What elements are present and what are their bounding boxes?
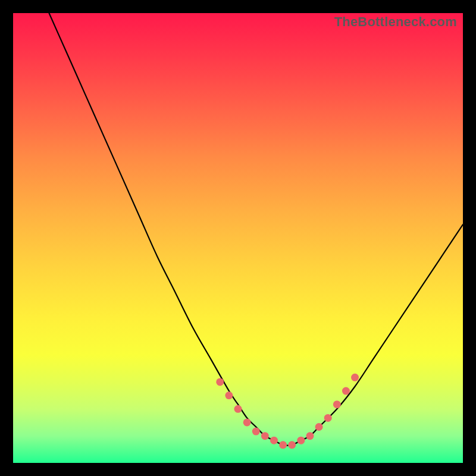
marker-dot (261, 432, 269, 440)
plot-area: TheBottleneck.com (13, 13, 463, 463)
marker-dot (279, 441, 287, 449)
marker-dot (333, 400, 341, 408)
marker-dot (306, 432, 314, 440)
marker-dot (351, 374, 359, 381)
marker-dot (270, 437, 278, 444)
marker-dot (225, 392, 233, 399)
bottleneck-curve (49, 13, 463, 446)
marker-dot (234, 405, 242, 413)
marker-dot (216, 378, 224, 386)
marker-dot (252, 428, 260, 436)
marker-dot (288, 441, 296, 449)
marker-dot (243, 418, 251, 426)
watermark-text: TheBottleneck.com (334, 14, 457, 30)
marker-dots (216, 374, 359, 449)
curve-layer (13, 13, 463, 463)
marker-dot (324, 414, 332, 422)
chart-frame: TheBottleneck.com (0, 0, 476, 476)
marker-dot (315, 423, 323, 431)
marker-dot (342, 387, 350, 395)
marker-dot (297, 437, 305, 444)
